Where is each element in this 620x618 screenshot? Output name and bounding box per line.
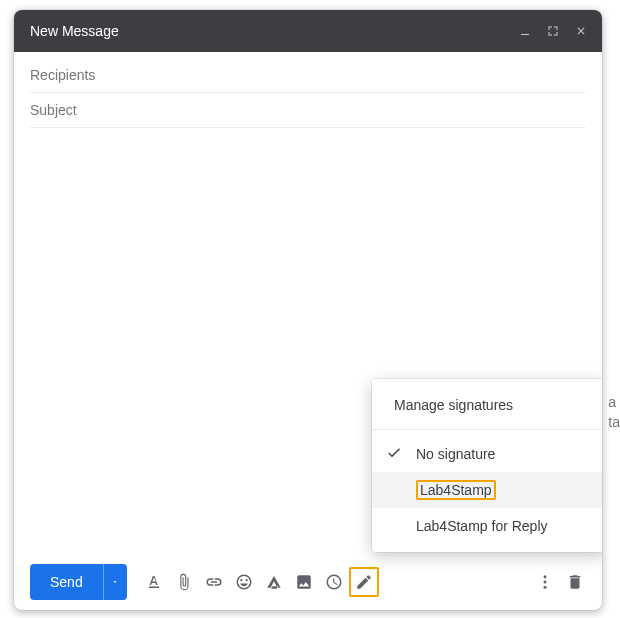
svg-point-2 — [544, 581, 547, 584]
menu-separator — [372, 429, 602, 430]
menu-lab4stamp[interactable]: Lab4Stamp — [372, 472, 602, 508]
menu-item-label: No signature — [416, 446, 495, 462]
svg-point-1 — [544, 575, 547, 578]
compose-fields: Recipients Subject — [14, 52, 602, 128]
confidential-icon[interactable] — [319, 567, 349, 597]
close-icon[interactable] — [570, 20, 592, 42]
menu-item-label: Lab4Stamp for Reply — [416, 518, 548, 534]
signature-icon[interactable] — [349, 567, 379, 597]
menu-manage-signatures[interactable]: Manage signatures — [372, 387, 602, 423]
link-icon[interactable] — [199, 567, 229, 597]
subject-field[interactable]: Subject — [30, 93, 586, 128]
compose-title: New Message — [30, 23, 508, 39]
compose-window: New Message Recipients Subject Send — [14, 10, 602, 610]
signature-menu: Manage signatures No signature Lab4Stamp… — [372, 379, 602, 552]
more-options-icon[interactable] — [530, 567, 560, 597]
check-icon — [386, 445, 402, 464]
menu-no-signature[interactable]: No signature — [372, 436, 602, 472]
compose-header: New Message — [14, 10, 602, 52]
attach-icon[interactable] — [169, 567, 199, 597]
menu-lab4stamp-reply[interactable]: Lab4Stamp for Reply — [372, 508, 602, 544]
text-format-icon[interactable] — [139, 567, 169, 597]
svg-rect-0 — [521, 34, 529, 35]
recipients-field[interactable]: Recipients — [30, 58, 586, 93]
send-button[interactable]: Send — [30, 564, 103, 600]
svg-point-3 — [544, 586, 547, 589]
menu-item-label: Lab4Stamp — [416, 480, 496, 500]
send-options-button[interactable] — [103, 564, 127, 600]
emoji-icon[interactable] — [229, 567, 259, 597]
discard-icon[interactable] — [560, 567, 590, 597]
send-button-group: Send — [30, 564, 127, 600]
image-icon[interactable] — [289, 567, 319, 597]
fullscreen-icon[interactable] — [542, 20, 564, 42]
background-text-fragment: a ta — [608, 392, 620, 432]
compose-toolbar: Send — [14, 554, 602, 610]
drive-icon[interactable] — [259, 567, 289, 597]
minimize-icon[interactable] — [514, 20, 536, 42]
